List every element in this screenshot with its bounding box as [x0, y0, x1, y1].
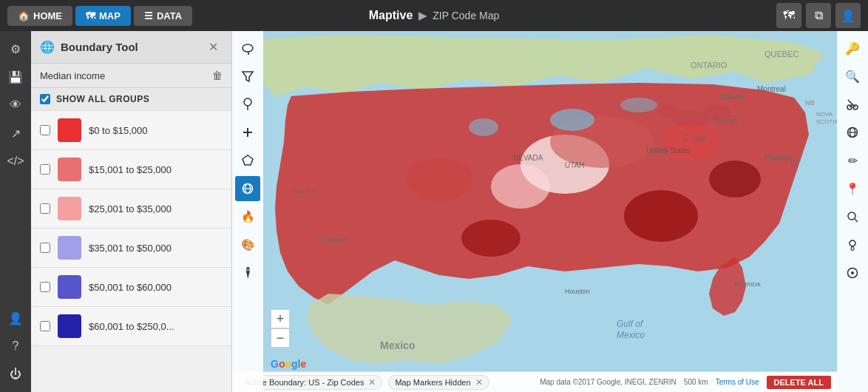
svg-text:NOVA: NOVA: [816, 111, 833, 118]
boundary-badge-close[interactable]: ✕: [368, 377, 376, 388]
svg-point-15: [491, 164, 550, 209]
top-nav: 🏠 HOME 🗺 MAP ☰ DATA Maptive ▶ ZIP Code M…: [0, 0, 868, 31]
svg-text:Los Angeles: Los Angeles: [313, 236, 350, 243]
nav-right-icons: 🗺 ⧉ 👤: [776, 3, 861, 28]
show-all-checkbox[interactable]: [40, 94, 50, 104]
group-checkbox-5[interactable]: [40, 321, 50, 331]
filter-label: Median income: [40, 70, 206, 81]
key-icon[interactable]: 🔑: [840, 36, 865, 61]
code-icon[interactable]: </>: [4, 149, 27, 173]
markers-badge-close[interactable]: ✕: [475, 377, 483, 388]
search-zoom-icon[interactable]: [840, 204, 865, 229]
group-item: $50,001 to $60,000: [31, 268, 231, 307]
group-item: $25,001 to $35,000: [31, 189, 231, 229]
globe-tool-icon[interactable]: [235, 176, 260, 201]
svg-text:QUEBEC: QUEBEC: [764, 50, 799, 58]
palette-tool-icon[interactable]: 🎨: [235, 232, 260, 257]
svg-text:Mexico: Mexico: [617, 330, 645, 340]
settings-icon[interactable]: ⚙: [4, 37, 27, 61]
pin-location-icon[interactable]: [840, 232, 865, 257]
group-color-swatch-4: [58, 275, 81, 299]
google-logo: Google: [271, 358, 306, 370]
group-label-3: $35,001 to $50,000: [89, 243, 172, 254]
location-icon[interactable]: 📍: [840, 176, 865, 201]
group-checkbox-2[interactable]: [40, 203, 50, 214]
main-layout: ⚙ 💾 👁 ↗ </> 👤 ? ⏻ 🌐 Boundary Tool ✕ Medi…: [0, 31, 868, 392]
group-checkbox-1[interactable]: [40, 164, 50, 175]
map-button[interactable]: 🗺 MAP: [75, 6, 131, 26]
power-icon[interactable]: ⏻: [4, 362, 27, 386]
svg-point-24: [620, 98, 657, 112]
cross-tool-icon[interactable]: [235, 120, 260, 145]
group-item: $0 to $15,000: [31, 111, 231, 150]
delete-all-button[interactable]: DELETE ALL: [767, 376, 831, 389]
svg-text:FLORIDA: FLORIDA: [735, 281, 761, 288]
figure-tool-icon[interactable]: 🕴: [235, 260, 260, 285]
svg-text:Ottawa: Ottawa: [720, 92, 744, 101]
share-icon[interactable]: ↗: [4, 121, 27, 145]
globe-icon[interactable]: [840, 120, 865, 145]
svg-marker-6: [243, 155, 253, 165]
app-title: Maptive: [369, 9, 413, 22]
svg-text:Toronto: Toronto: [713, 117, 738, 125]
pin-tool-icon[interactable]: [235, 92, 260, 117]
save-icon[interactable]: 💾: [4, 65, 27, 89]
zoom-controls: + −: [271, 309, 290, 348]
nav-arrow: ▶: [418, 10, 427, 21]
svg-point-22: [550, 109, 594, 131]
cut-icon[interactable]: [840, 92, 865, 117]
group-item: $35,001 to $50,000: [31, 229, 231, 268]
svg-point-16: [624, 190, 698, 242]
group-checkbox-4[interactable]: [40, 282, 50, 292]
nav-user-icon-btn[interactable]: 👤: [835, 3, 861, 28]
svg-text:Montreal: Montreal: [757, 85, 786, 93]
group-color-swatch-0: [58, 118, 81, 142]
panel-close-button[interactable]: ✕: [204, 38, 223, 55]
map-subtitle: ZIP Code Map: [433, 10, 499, 21]
map-area[interactable]: 🔥 🎨 🕴: [232, 31, 868, 392]
group-label-0: $0 to $15,000: [89, 125, 148, 136]
boundary-icon: 🌐: [40, 40, 55, 54]
group-label-2: $25,001 to $35,000: [89, 203, 172, 214]
nav-map-icon-btn[interactable]: 🗺: [776, 3, 801, 28]
show-all-label: SHOW ALL GROUPS: [56, 94, 149, 104]
zoom-out-button[interactable]: −: [271, 328, 290, 348]
svg-point-54: [848, 212, 855, 220]
svg-point-20: [406, 157, 472, 201]
filter-tool-icon[interactable]: [235, 64, 260, 89]
group-checkbox-3[interactable]: [40, 243, 50, 253]
map-tool-strip: 🔥 🎨 🕴: [232, 31, 263, 392]
fire-tool-icon[interactable]: 🔥: [235, 204, 260, 229]
home-button[interactable]: 🏠 HOME: [7, 6, 72, 26]
polygon-tool-icon[interactable]: [235, 148, 260, 173]
navigate-icon[interactable]: [840, 260, 865, 285]
help-icon[interactable]: ?: [4, 334, 27, 358]
zoom-icon[interactable]: 🔍: [840, 64, 865, 89]
svg-text:Houston: Houston: [565, 288, 590, 295]
filter-delete-button[interactable]: 🗑: [212, 70, 223, 81]
svg-text:C...age: C...age: [683, 134, 708, 142]
map-attribution: Map data ©2017 Google, INEGI, ZENRIN 500…: [540, 376, 831, 389]
user-icon[interactable]: 👤: [4, 306, 27, 330]
svg-point-21: [661, 124, 720, 160]
terms-link[interactable]: Terms of Use: [716, 378, 759, 386]
svg-text:NJ: NJ: [790, 160, 798, 167]
pencil-icon[interactable]: ✏: [840, 148, 865, 173]
lasso-tool-icon[interactable]: [235, 36, 260, 61]
svg-text:SCOTIA: SCOTIA: [816, 118, 838, 125]
map-nav-icon: 🗺: [86, 10, 95, 21]
svg-text:Gulf of: Gulf of: [617, 319, 644, 329]
svg-text:Mexico: Mexico: [380, 339, 415, 351]
svg-text:San Fra...: San Fra...: [293, 188, 322, 195]
svg-point-56: [850, 240, 855, 246]
nav-layers-icon-btn[interactable]: ⧉: [806, 3, 831, 28]
group-item: $60,001 to $250,0...: [31, 307, 231, 346]
zoom-in-button[interactable]: +: [271, 309, 290, 328]
svg-point-23: [469, 118, 498, 136]
group-checkbox-0[interactable]: [40, 125, 50, 135]
group-color-swatch-1: [58, 158, 81, 181]
eye-icon[interactable]: 👁: [4, 93, 27, 117]
data-button[interactable]: ☰ DATA: [134, 6, 192, 26]
svg-line-50: [848, 100, 852, 104]
map-visualization: Gulf of Mexico Mexico ONTARIO QUEBEC UTA…: [232, 31, 868, 392]
